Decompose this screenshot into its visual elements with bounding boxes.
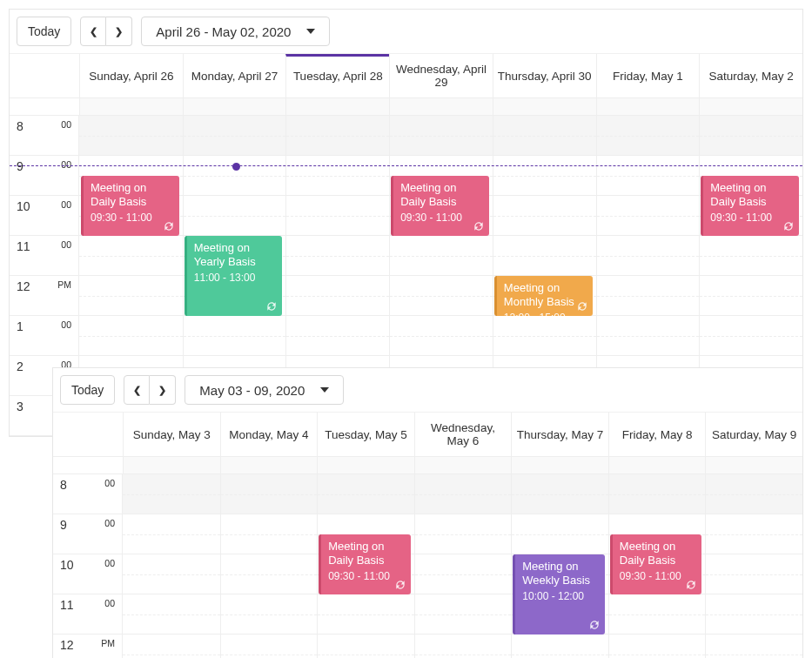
time-slot[interactable] <box>511 634 608 658</box>
time-slot[interactable] <box>220 474 318 514</box>
calendar-grid[interactable]: Meeting on Daily Basis09:30 - 11:00Meeti… <box>123 474 802 658</box>
time-slot[interactable] <box>699 236 802 276</box>
time-slot[interactable] <box>705 514 802 554</box>
allday-cell[interactable] <box>79 98 183 116</box>
day-header[interactable]: Saturday, May 9 <box>705 413 802 457</box>
day-header[interactable]: Wednesday, May 6 <box>414 413 512 457</box>
time-slot[interactable] <box>705 554 802 594</box>
day-header[interactable]: Tuesday, May 5 <box>317 413 414 457</box>
time-slot[interactable] <box>285 316 389 356</box>
allday-cell[interactable] <box>220 457 318 474</box>
time-slot[interactable] <box>414 634 512 658</box>
time-slot[interactable] <box>608 594 706 634</box>
time-slot[interactable] <box>699 116 802 156</box>
day-header[interactable]: Thursday, April 30 <box>493 54 596 98</box>
time-slot[interactable] <box>596 116 700 156</box>
time-slot[interactable] <box>220 514 318 554</box>
time-slot[interactable] <box>123 514 220 554</box>
allday-cell[interactable] <box>596 98 700 116</box>
time-slot[interactable] <box>596 316 700 356</box>
time-slot[interactable] <box>493 196 596 236</box>
time-slot[interactable] <box>79 236 183 276</box>
time-slot[interactable] <box>493 156 596 196</box>
calendar-event[interactable]: Meeting on Monthly Basis12:00 - 15:00 <box>494 276 593 316</box>
time-slot[interactable] <box>608 634 706 658</box>
time-slot[interactable] <box>699 316 802 356</box>
time-slot[interactable] <box>493 236 596 276</box>
prev-button[interactable]: ❮ <box>80 17 106 46</box>
time-slot[interactable] <box>317 474 414 514</box>
calendar-event[interactable]: Meeting on Daily Basis09:30 - 11:00 <box>319 534 411 594</box>
time-slot[interactable] <box>183 316 286 356</box>
day-header[interactable]: Saturday, May 2 <box>699 54 802 98</box>
day-header[interactable]: Friday, May 8 <box>608 413 706 457</box>
time-slot[interactable] <box>511 474 608 514</box>
time-slot[interactable] <box>493 116 596 156</box>
time-slot[interactable] <box>511 514 608 554</box>
time-slot[interactable] <box>220 594 318 634</box>
time-slot[interactable] <box>285 276 389 316</box>
time-slot[interactable] <box>183 156 286 196</box>
time-slot[interactable] <box>220 554 318 594</box>
allday-cell[interactable] <box>389 98 493 116</box>
time-slot[interactable] <box>389 276 493 316</box>
day-header[interactable]: Monday, April 27 <box>183 54 286 98</box>
time-slot[interactable] <box>317 634 414 658</box>
date-range-button[interactable]: May 03 - 09, 2020 <box>185 375 344 405</box>
next-button[interactable]: ❯ <box>150 375 176 405</box>
time-slot[interactable] <box>79 316 183 356</box>
time-slot[interactable] <box>389 116 493 156</box>
time-slot[interactable] <box>493 316 596 356</box>
time-slot[interactable] <box>389 316 493 356</box>
day-header[interactable]: Sunday, May 3 <box>123 413 220 457</box>
day-header[interactable]: Wednesday, April 29 <box>389 54 493 98</box>
allday-cell[interactable] <box>317 457 414 474</box>
time-slot[interactable] <box>596 236 700 276</box>
date-range-button[interactable]: April 26 - May 02, 2020 <box>141 17 330 46</box>
time-slot[interactable] <box>285 116 389 156</box>
today-button[interactable]: Today <box>17 17 71 46</box>
time-slot[interactable] <box>285 156 389 196</box>
allday-cell[interactable] <box>705 457 802 474</box>
allday-cell[interactable] <box>608 457 706 474</box>
time-slot[interactable] <box>414 514 512 554</box>
allday-cell[interactable] <box>414 457 512 474</box>
calendar-event[interactable]: Meeting on Yearly Basis11:00 - 13:00 <box>185 236 283 316</box>
calendar-event[interactable]: Meeting on Weekly Basis10:00 - 12:00 <box>513 554 605 634</box>
today-button[interactable]: Today <box>60 375 115 405</box>
allday-cell[interactable] <box>285 98 389 116</box>
time-slot[interactable] <box>285 236 389 276</box>
day-header[interactable]: Tuesday, April 28 <box>285 54 389 98</box>
time-slot[interactable] <box>317 594 414 634</box>
time-slot[interactable] <box>183 116 286 156</box>
allday-cell[interactable] <box>183 98 286 116</box>
time-slot[interactable] <box>705 634 802 658</box>
day-header[interactable]: Monday, May 4 <box>220 413 318 457</box>
time-slot[interactable] <box>123 554 220 594</box>
time-slot[interactable] <box>596 276 700 316</box>
time-slot[interactable] <box>414 474 512 514</box>
time-slot[interactable] <box>183 196 286 236</box>
time-slot[interactable] <box>123 634 220 658</box>
day-header[interactable]: Friday, May 1 <box>596 54 700 98</box>
time-slot[interactable] <box>220 634 318 658</box>
allday-cell[interactable] <box>699 98 802 116</box>
time-slot[interactable] <box>414 554 512 594</box>
calendar-event[interactable]: Meeting on Daily Basis09:30 - 11:00 <box>610 534 702 594</box>
allday-cell[interactable] <box>123 457 220 474</box>
time-slot[interactable] <box>699 276 802 316</box>
time-slot[interactable] <box>608 474 706 514</box>
allday-cell[interactable] <box>493 98 596 116</box>
time-slot[interactable] <box>414 594 512 634</box>
calendar-event[interactable]: Meeting on Daily Basis09:30 - 11:00 <box>701 176 799 236</box>
time-slot[interactable] <box>596 156 700 196</box>
time-slot[interactable] <box>705 474 802 514</box>
day-header[interactable]: Thursday, May 7 <box>511 413 608 457</box>
time-slot[interactable] <box>596 196 700 236</box>
prev-button[interactable]: ❮ <box>124 375 150 405</box>
next-button[interactable]: ❯ <box>106 17 132 46</box>
day-header[interactable]: Sunday, April 26 <box>79 54 183 98</box>
time-slot[interactable] <box>79 116 183 156</box>
time-slot[interactable] <box>123 474 220 514</box>
time-slot[interactable] <box>285 196 389 236</box>
